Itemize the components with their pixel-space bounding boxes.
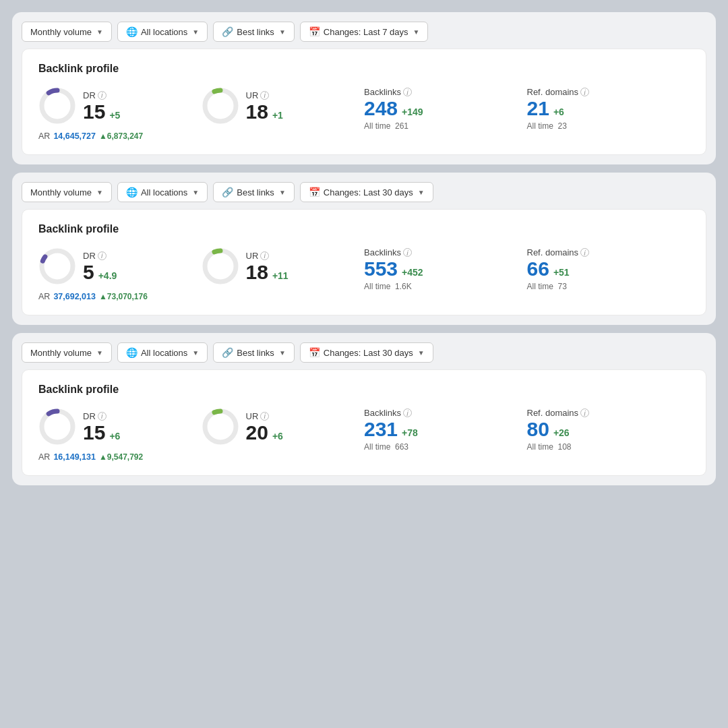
dr-info-0: DR i 15 +5 (83, 90, 120, 122)
ref-domains-value-0: 21 (527, 98, 549, 119)
all-locations-btn-icon-1: 🌐 (126, 187, 138, 198)
ar-delta-1: ▲73,070,176 (99, 292, 148, 301)
ref-domains-info-icon-1: i (580, 248, 589, 257)
best-links-btn-icon-2: 🔗 (222, 347, 233, 358)
dr-delta-1: +4.9 (98, 270, 117, 281)
backlinks-value-row-0: 248 +149 (364, 98, 423, 119)
card-wrapper-2: Monthly volume▼🌐All locations▼🔗Best link… (12, 333, 716, 485)
dr-info-1: DR i 5 +4.9 (83, 251, 117, 282)
ur-label-0: UR i (246, 90, 283, 100)
ar-label-1: AR (38, 292, 50, 301)
changes-btn-icon-1: 📅 (309, 187, 320, 198)
ur-info-0: UR i 18 +1 (246, 90, 283, 122)
dr-block-1: DR i 5 +4.9 (38, 247, 202, 285)
backlinks-info-icon-2: i (403, 408, 412, 417)
monthly-volume-btn-1[interactable]: Monthly volume▼ (22, 182, 112, 202)
changes-btn-label-2: Changes: Last 30 days (324, 348, 413, 358)
svg-point-6 (205, 251, 236, 282)
backlinks-label-text-0: Backlinks (364, 87, 401, 97)
ur-info-2: UR i 20 +6 (246, 411, 283, 443)
profile-card-0: Backlink profile DR i 15 +5 AR 14,645,72… (22, 49, 706, 155)
best-links-btn-label-1: Best links (237, 187, 274, 198)
svg-point-8 (42, 411, 73, 442)
all-locations-btn-2[interactable]: 🌐All locations▼ (117, 342, 208, 363)
dr-label-1: DR i (83, 251, 117, 261)
dr-block-2: DR i 15 +6 (38, 408, 202, 446)
ur-donut-1 (202, 247, 239, 285)
ur-info-icon-1: i (260, 251, 269, 260)
ur-block-1: UR i 18 +11 (202, 247, 365, 285)
changes-btn-1[interactable]: 📅Changes: Last 30 days▼ (300, 182, 433, 202)
dr-wrapper-2: DR i 15 +6 AR 16,149,131 ▲9,547,792 (38, 408, 202, 462)
best-links-btn-icon-0: 🔗 (222, 26, 233, 37)
backlinks-block-1: Backlinks i 553 +452 All time 1.6K (364, 247, 527, 291)
monthly-volume-btn-label-1: Monthly volume (30, 187, 92, 198)
best-links-btn-icon-1: 🔗 (222, 187, 233, 198)
all-locations-btn-label-2: All locations (141, 348, 187, 358)
toolbar-2: Monthly volume▼🌐All locations▼🔗Best link… (22, 342, 706, 363)
dr-wrapper-0: DR i 15 +5 AR 14,645,727 ▲6,873,247 (38, 87, 202, 141)
monthly-volume-btn-0[interactable]: Monthly volume▼ (22, 22, 112, 42)
backlinks-delta-1: +452 (402, 267, 423, 278)
ref-domains-label-0: Ref. domains i (527, 87, 590, 97)
best-links-btn-0[interactable]: 🔗Best links▼ (213, 22, 295, 42)
ar-row-1: AR 37,692,013 ▲73,070,176 (38, 292, 202, 301)
ref-domains-label-text-2: Ref. domains (527, 408, 579, 418)
backlinks-label-2: Backlinks i (364, 408, 412, 418)
svg-point-2 (205, 90, 236, 121)
dr-delta-2: +6 (109, 431, 120, 442)
changes-btn-icon-2: 📅 (309, 347, 320, 358)
all-locations-btn-chevron-2: ▼ (192, 349, 199, 357)
best-links-btn-1[interactable]: 🔗Best links▼ (213, 182, 295, 202)
dr-info-2: DR i 15 +6 (83, 411, 120, 443)
card-wrapper-1: Monthly volume▼🌐All locations▼🔗Best link… (12, 173, 716, 325)
ur-value-0: 18 (246, 102, 268, 122)
all-locations-btn-label-1: All locations (141, 187, 187, 198)
backlinks-label-0: Backlinks i (364, 87, 412, 97)
dr-donut-0 (38, 87, 76, 125)
dr-label-2: DR i (83, 411, 120, 421)
ref-domains-value-row-2: 80 +26 (527, 419, 570, 439)
ur-label-text-1: UR (246, 251, 259, 261)
ref-domains-label-text-0: Ref. domains (527, 87, 579, 97)
ref-domains-info-icon-2: i (580, 408, 589, 417)
all-locations-btn-1[interactable]: 🌐All locations▼ (117, 182, 208, 202)
best-links-btn-2[interactable]: 🔗Best links▼ (213, 342, 295, 363)
profile-title-1: Backlink profile (38, 223, 690, 235)
ur-info-icon-0: i (260, 91, 269, 100)
all-locations-btn-0[interactable]: 🌐All locations▼ (117, 22, 208, 42)
ur-value-row-2: 20 +6 (246, 423, 283, 443)
ur-value-row-1: 18 +11 (246, 262, 289, 282)
backlinks-delta-2: +78 (402, 427, 418, 438)
ur-value-row-0: 18 +1 (246, 102, 283, 122)
toolbar-1: Monthly volume▼🌐All locations▼🔗Best link… (22, 182, 706, 202)
ur-info-icon-2: i (260, 412, 269, 421)
ar-label-0: AR (38, 131, 50, 141)
backlinks-label-1: Backlinks i (364, 247, 412, 257)
ur-delta-2: +6 (272, 431, 283, 442)
ur-block-2: UR i 20 +6 (202, 408, 365, 446)
monthly-volume-btn-chevron-1: ▼ (96, 189, 103, 196)
all-locations-btn-icon-2: 🌐 (126, 347, 138, 358)
ar-label-2: AR (38, 452, 50, 462)
ref-domains-alltime-1: All time 73 (527, 282, 567, 291)
dr-info-icon-2: i (98, 412, 107, 421)
best-links-btn-chevron-2: ▼ (279, 349, 286, 357)
ur-label-2: UR i (246, 411, 283, 421)
backlinks-block-2: Backlinks i 231 +78 All time 663 (364, 408, 527, 452)
profile-card-1: Backlink profile DR i 5 +4.9 AR 37,692,0… (22, 209, 706, 315)
dr-value-row-2: 15 +6 (83, 423, 120, 443)
changes-btn-2[interactable]: 📅Changes: Last 30 days▼ (300, 342, 433, 363)
ur-label-1: UR i (246, 251, 289, 261)
backlinks-alltime-2: All time 663 (364, 442, 408, 452)
backlinks-label-text-1: Backlinks (364, 247, 401, 257)
svg-point-10 (205, 411, 236, 442)
ref-domains-alltime-0: All time 23 (527, 121, 567, 131)
all-locations-btn-icon-0: 🌐 (126, 26, 138, 37)
monthly-volume-btn-label-2: Monthly volume (30, 348, 92, 358)
backlinks-info-icon-1: i (403, 248, 412, 257)
backlinks-label-text-2: Backlinks (364, 408, 401, 418)
monthly-volume-btn-2[interactable]: Monthly volume▼ (22, 342, 112, 363)
backlinks-info-icon-0: i (403, 88, 412, 96)
changes-btn-0[interactable]: 📅Changes: Last 7 days▼ (300, 22, 429, 42)
